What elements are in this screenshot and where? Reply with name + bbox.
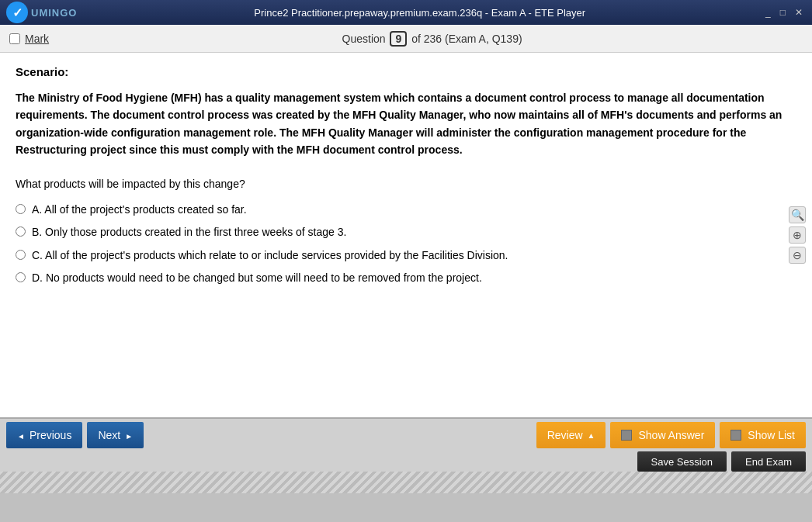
title-bar: ✓ UMINGO Prince2 Practitioner.prepaway.p…	[0, 0, 812, 25]
option-c-label[interactable]: C. All of the project's products which r…	[32, 248, 508, 264]
list-item: A. All of the project's products created…	[16, 202, 796, 218]
zoom-out-button[interactable]: ⊖	[789, 247, 806, 264]
main-content: Scenario: The Ministry of Food Hygiene (…	[0, 53, 812, 417]
scenario-title: Scenario:	[16, 65, 796, 78]
session-row: Save Session End Exam	[0, 451, 812, 472]
save-session-button[interactable]: Save Session	[637, 451, 727, 472]
next-button[interactable]: Next	[87, 422, 144, 448]
bottom-bar: Previous Next Review ▲ Show Answer Show …	[0, 417, 812, 472]
mark-label: Mark	[25, 33, 49, 45]
hatch-strip	[0, 472, 812, 493]
search-icon[interactable]: 🔍	[789, 206, 806, 223]
window-controls: _ □ ✕	[762, 7, 806, 18]
question-text: What products will be impacted by this c…	[16, 178, 796, 190]
option-d-radio[interactable]	[16, 272, 26, 282]
scenario-text: The Ministry of Food Hygiene (MFH) has a…	[16, 89, 796, 159]
option-d-label[interactable]: D. No products would need to be changed …	[32, 271, 482, 286]
option-c-radio[interactable]	[16, 250, 26, 260]
list-item: B. Only those products created in the fi…	[16, 225, 796, 240]
option-a-label[interactable]: A. All of the project's products created…	[32, 202, 247, 218]
mark-area: Mark	[9, 33, 49, 45]
option-b-label[interactable]: B. Only those products created in the fi…	[32, 225, 346, 240]
review-button[interactable]: Review ▲	[536, 422, 606, 448]
show-list-checkbox	[730, 430, 741, 441]
list-item: D. No products would need to be changed …	[16, 271, 796, 286]
answer-options: A. All of the project's products created…	[16, 202, 796, 286]
question-info: Question 9 of 236 (Exam A, Q139)	[342, 31, 522, 47]
logo-icon: ✓	[6, 2, 28, 23]
show-answer-checkbox	[621, 430, 632, 441]
option-a-radio[interactable]	[16, 204, 26, 214]
previous-button[interactable]: Previous	[6, 422, 82, 448]
mark-checkbox[interactable]	[9, 33, 20, 44]
question-number-badge: 9	[390, 31, 407, 47]
close-button[interactable]: ✕	[792, 7, 806, 18]
toolbar: Mark Question 9 of 236 (Exam A, Q139)	[0, 25, 812, 53]
end-exam-button[interactable]: End Exam	[731, 451, 806, 472]
list-item: C. All of the project's products which r…	[16, 248, 796, 264]
chevron-right-icon	[125, 429, 133, 441]
title-bar-left: ✓ UMINGO	[6, 2, 77, 23]
nav-row: Previous Next Review ▲ Show Answer Show …	[0, 419, 812, 451]
question-total: of 236 (Exam A, Q139)	[411, 33, 522, 45]
logo: ✓ UMINGO	[6, 2, 77, 23]
zoom-controls: 🔍 ⊕ ⊖	[789, 206, 806, 264]
question-label: Question	[342, 33, 386, 45]
show-answer-button[interactable]: Show Answer	[610, 422, 715, 448]
window-title: Prince2 Practitioner.prepaway.premium.ex…	[254, 7, 585, 19]
option-b-radio[interactable]	[16, 226, 26, 237]
zoom-in-button[interactable]: ⊕	[789, 226, 806, 244]
logo-text: UMINGO	[31, 7, 77, 19]
maximize-button[interactable]: □	[777, 7, 789, 18]
chevron-left-icon	[17, 429, 25, 441]
show-list-button[interactable]: Show List	[720, 422, 806, 448]
review-arrow-icon: ▲	[588, 431, 595, 440]
minimize-button[interactable]: _	[762, 7, 774, 18]
